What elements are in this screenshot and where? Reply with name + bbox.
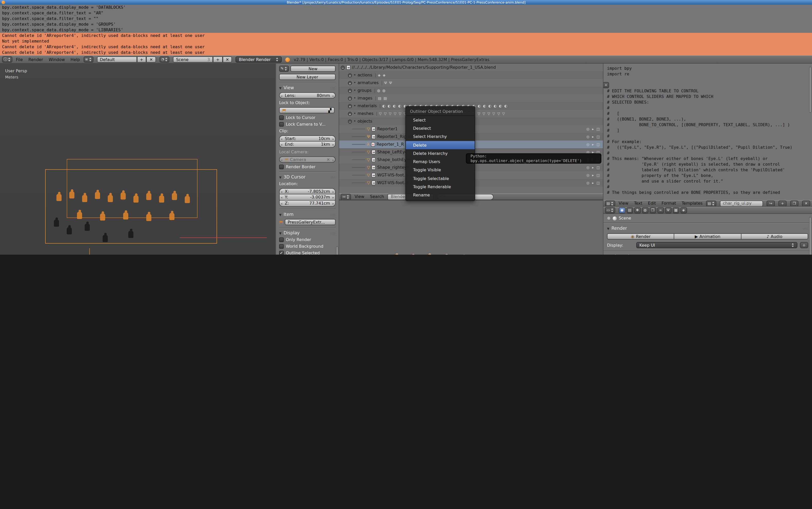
unlink-icon[interactable]: ↪ <box>767 200 775 206</box>
code-line[interactable]: # labeled 'Pupil Dilation' which control… <box>603 167 812 173</box>
renderable-icon[interactable]: ◫ <box>596 127 600 131</box>
tab-object[interactable]: ❒ <box>649 207 656 213</box>
animation-button[interactable]: ▶Animation <box>675 233 742 239</box>
render-display-select[interactable]: Keep UI <box>636 242 798 248</box>
text-datablock-icon[interactable]: ▤ <box>706 200 716 206</box>
outliner-category-actions[interactable]: +•actions|◈ ◈ <box>339 71 603 79</box>
viewport-3d-center[interactable] <box>339 200 603 254</box>
display-check-outline-selected[interactable]: ✓Outline Selected <box>279 251 335 254</box>
clear-icon[interactable]: ✕ <box>327 157 330 162</box>
code-line[interactable]: # SELECTED BONES: <box>603 100 812 105</box>
code-line[interactable]: # BONE_TO_CONTROL, [(BONE_PROPERTY, TEXT… <box>603 122 812 128</box>
render-engine-select[interactable]: Blender Render <box>236 57 282 63</box>
active-item-name-field[interactable]: PressGalleryExtr... <box>285 219 335 225</box>
outliner-category-armatures[interactable]: +•armatures|Ψ Ψ <box>339 79 603 87</box>
panel-render[interactable]: ▼Render:::: <box>607 226 808 231</box>
npanel-scrollbar[interactable] <box>336 246 338 254</box>
tab-render-layers[interactable]: ▤ <box>626 207 633 213</box>
code-line[interactable]: # EDIT THE FOLLOWING TABLE TO CONTROL <box>603 88 812 94</box>
expand-icon[interactable]: + <box>348 73 352 77</box>
panel-view[interactable]: ▼View:::: <box>279 85 335 90</box>
context-menu-item-select-hierarchy[interactable]: Select Hierarchy <box>406 133 475 141</box>
eyedropper-icon[interactable]: ▞ <box>328 108 331 112</box>
new-gpencil-button[interactable]: New <box>290 66 335 72</box>
selectable-icon[interactable]: ▸ <box>592 173 594 177</box>
expand-icon[interactable]: + <box>348 104 352 108</box>
code-line[interactable]: # [ <box>603 111 812 116</box>
text-name-field[interactable]: char_rig_ui.py <box>720 200 763 206</box>
collapse-icon[interactable]: − <box>341 65 345 69</box>
code-line[interactable]: # and use a slider control for it." <box>603 178 812 184</box>
code-line[interactable]: # <box>603 133 812 139</box>
open-file-icon[interactable]: ❒ <box>790 200 799 206</box>
renderable-icon[interactable]: ◫ <box>596 181 600 185</box>
code-line[interactable]: # For example: <box>603 139 812 145</box>
expand-icon[interactable]: − <box>348 119 352 123</box>
menu-format[interactable]: Format <box>662 201 676 206</box>
viewport-3d-left[interactable]: User Persp Meters (2126) PressGalleryExt… <box>0 64 275 254</box>
tab-data[interactable]: Ψ <box>665 207 672 213</box>
region-divider[interactable] <box>603 64 604 254</box>
close-layout-button[interactable]: ✕ <box>147 57 156 63</box>
editor-type-icon[interactable]: ▤ <box>605 200 615 206</box>
delete-scene-button[interactable]: ✕ <box>223 57 232 63</box>
outliner-category-groups[interactable]: +•groups|◍ ◍ <box>339 87 603 94</box>
cursor-z-field[interactable]: Z:77.741cm <box>279 201 335 207</box>
code-line[interactable]: # <box>603 150 812 156</box>
lock-object-field[interactable]: ⬒▞ <box>279 107 334 113</box>
selectable-icon[interactable]: ▸ <box>592 127 594 131</box>
code-line[interactable]: # <box>603 184 812 190</box>
renderable-icon[interactable]: ◫ <box>596 135 600 139</box>
region-divider[interactable] <box>339 64 339 254</box>
tab-physics[interactable]: ◈ <box>680 207 687 213</box>
context-menu-item-toggle-visible[interactable]: Toggle Visible <box>406 166 475 175</box>
outliner-path-row[interactable]: −➜//../../../../Library/Models/Character… <box>339 64 603 71</box>
screen-layout-field[interactable]: Default <box>97 57 137 63</box>
scene-icon[interactable]: ◔ <box>160 57 169 63</box>
menu-help[interactable]: Help <box>70 57 80 62</box>
context-menu-item-remap-users[interactable]: Remap Users <box>406 158 475 166</box>
context-menu-item-delete-hierarchy[interactable]: Delete Hierarchy <box>406 149 475 158</box>
renderable-icon[interactable]: ◫ <box>596 142 600 146</box>
menu-file[interactable]: File <box>16 57 23 62</box>
context-menu-item-select[interactable]: Select <box>406 116 475 124</box>
selectable-icon[interactable]: ▸ <box>592 135 594 139</box>
close-text-icon[interactable]: ✕ <box>802 200 810 206</box>
visibility-icon[interactable]: ◎ <box>586 181 590 185</box>
new-text-icon[interactable]: + <box>778 200 787 206</box>
new-layer-button[interactable]: New Layer <box>279 74 335 80</box>
texteditor-scrollbar[interactable] <box>809 67 811 113</box>
context-menu-item-toggle-renderable[interactable]: Toggle Renderable <box>406 183 475 191</box>
tab-world[interactable]: ◍ <box>642 207 648 213</box>
visibility-icon[interactable]: ◎ <box>586 135 590 139</box>
code-line[interactable]: # The things being controlled are BONE P… <box>603 190 812 195</box>
code-line[interactable]: # This means: "Whenever either of bones … <box>603 156 812 162</box>
menu-view[interactable]: View <box>619 201 628 206</box>
screen-layout-icon[interactable]: ≡ <box>84 57 93 63</box>
context-menu-item-delete[interactable]: Delete <box>406 141 475 149</box>
panel-dimensions[interactable]: ▼Dimensions:::: <box>607 254 808 254</box>
menu-templates[interactable]: Templates <box>682 201 703 206</box>
code-line[interactable] <box>603 77 812 82</box>
editor-type-icon[interactable]: ≔ <box>341 194 351 200</box>
expand-icon[interactable]: + <box>348 111 352 116</box>
lock-camera-checkbox[interactable]: Lock Camera to V... <box>279 122 335 127</box>
menu-render[interactable]: Render <box>29 57 43 62</box>
clip-end-field[interactable]: End:1km <box>279 141 335 148</box>
cursor-x-field[interactable]: X:-7.8052cm <box>279 188 335 194</box>
menu-search[interactable]: Search <box>370 194 384 199</box>
outliner-category-images[interactable]: +•images|▤ ▤ <box>339 94 603 102</box>
menu-edit[interactable]: Edit <box>648 201 656 206</box>
menu-window[interactable]: Window <box>49 57 65 62</box>
display-check-world-background[interactable]: World Background <box>279 244 335 249</box>
render-border-checkbox[interactable]: Render Border <box>279 165 335 169</box>
audio-button[interactable]: ♪Audio <box>741 233 808 239</box>
editor-type-icon[interactable]: ⓘ <box>2 57 12 63</box>
cursor-y-field[interactable]: Y:-3.0037m <box>279 194 335 201</box>
selectable-icon[interactable]: ▸ <box>592 165 594 169</box>
tab-material[interactable]: ▦ <box>673 207 679 213</box>
menu-text[interactable]: Text <box>634 201 642 206</box>
code-line[interactable]: # property of the "Eye.L" bone, <box>603 173 812 178</box>
scene-field[interactable]: Scene3 <box>173 57 213 63</box>
expand-icon[interactable]: + <box>348 96 352 100</box>
